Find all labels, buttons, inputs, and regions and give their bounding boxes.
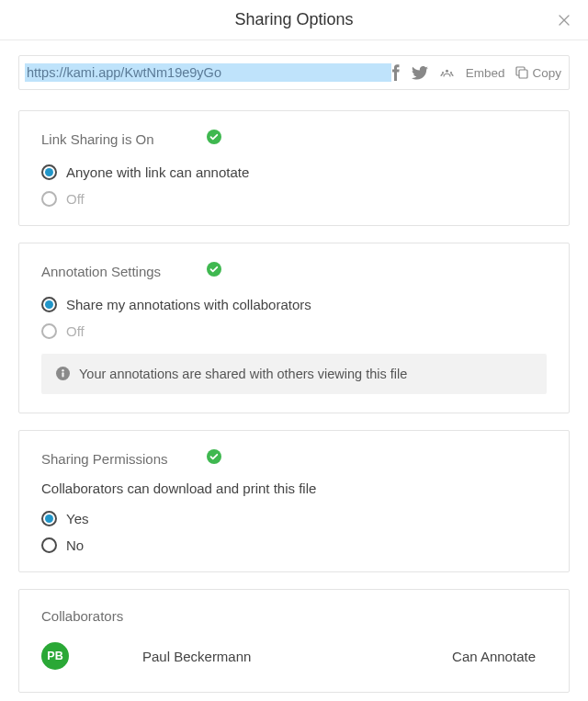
annotation-settings-header: Annotation Settings	[41, 262, 547, 280]
collaborator-role[interactable]: Can Annotate	[452, 649, 536, 664]
link-sharing-title: Link Sharing is On	[41, 131, 207, 147]
facebook-icon	[391, 64, 401, 81]
permissions-option-yes[interactable]: Yes	[41, 511, 547, 526]
radio-selected-icon	[41, 297, 57, 312]
svg-point-0	[442, 71, 444, 73]
annotation-info-text: Your annotations are shared with others …	[79, 367, 407, 381]
embed-label: Embed	[466, 66, 505, 80]
check-icon	[207, 449, 221, 468]
svg-rect-4	[519, 70, 527, 78]
collaborator-name: Paul Beckermann	[142, 649, 452, 664]
close-icon	[557, 13, 571, 28]
radio-selected-icon	[41, 164, 57, 180]
radio-label: Share my annotations with collaborators	[66, 297, 311, 312]
share-url-text[interactable]: https://kami.app/KwtNm19e9yGo	[25, 63, 391, 82]
twitter-share-button[interactable]	[412, 66, 428, 80]
radio-label: No	[66, 537, 84, 553]
annotation-settings-title: Annotation Settings	[41, 264, 207, 279]
share-url-bar: https://kami.app/KwtNm19e9yGo Embed Copy	[18, 55, 570, 90]
link-sharing-option-off[interactable]: Off	[41, 191, 547, 207]
sharing-permissions-subtext: Collaborators can download and print thi…	[41, 481, 547, 496]
radio-label: Anyone with link can annotate	[66, 164, 249, 180]
annotation-option-off[interactable]: Off	[41, 323, 547, 339]
link-sharing-header: Link Sharing is On	[41, 130, 547, 148]
copy-icon	[515, 66, 528, 79]
collaborators-section: Collaborators PB Paul Beckermann Can Ann…	[18, 589, 570, 693]
collaborator-row: PB Paul Beckermann Can Annotate	[41, 642, 547, 670]
radio-unselected-icon	[41, 191, 57, 207]
classroom-icon	[439, 66, 455, 80]
sharing-permissions-section: Sharing Permissions Collaborators can do…	[18, 430, 570, 572]
collaborator-avatar: PB	[41, 642, 69, 670]
facebook-share-button[interactable]	[391, 64, 401, 81]
info-icon	[56, 367, 70, 380]
svg-rect-9	[62, 372, 63, 377]
dialog-body: https://kami.app/KwtNm19e9yGo Embed Copy…	[0, 40, 588, 701]
permissions-option-no[interactable]: No	[41, 537, 547, 553]
check-icon	[207, 262, 221, 280]
copy-label: Copy	[532, 66, 561, 80]
radio-selected-icon	[41, 511, 57, 526]
svg-point-2	[446, 69, 448, 72]
annotation-info-banner: Your annotations are shared with others …	[41, 354, 547, 394]
radio-unselected-icon	[41, 323, 57, 339]
sharing-permissions-title: Sharing Permissions	[41, 451, 207, 467]
radio-unselected-icon	[41, 537, 57, 553]
annotation-option-share[interactable]: Share my annotations with collaborators	[41, 297, 547, 312]
twitter-icon	[412, 66, 428, 80]
link-sharing-option-anyone[interactable]: Anyone with link can annotate	[41, 164, 547, 180]
dialog-header: Sharing Options	[0, 0, 588, 40]
radio-label: Yes	[66, 511, 88, 526]
link-sharing-section: Link Sharing is On Anyone with link can …	[18, 110, 570, 226]
svg-point-1	[450, 71, 452, 73]
radio-label: Off	[66, 191, 85, 207]
check-icon	[207, 130, 221, 148]
collaborators-title: Collaborators	[41, 608, 207, 624]
annotation-settings-section: Annotation Settings Share my annotations…	[18, 243, 570, 413]
sharing-permissions-header: Sharing Permissions	[41, 449, 547, 468]
classroom-share-button[interactable]	[439, 66, 455, 80]
share-url-actions: Embed Copy	[391, 64, 561, 81]
embed-button[interactable]: Embed	[466, 66, 505, 80]
radio-label: Off	[66, 323, 85, 339]
copy-button[interactable]: Copy	[515, 66, 561, 80]
svg-point-8	[62, 369, 63, 371]
close-button[interactable]	[553, 9, 575, 31]
dialog-title: Sharing Options	[234, 10, 353, 29]
